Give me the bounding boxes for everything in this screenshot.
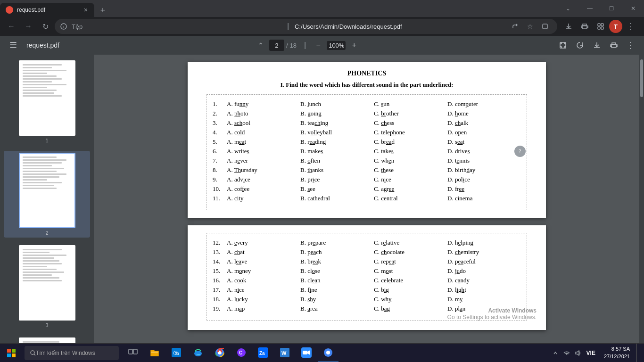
help-icon[interactable]: ? [514,146,526,157]
pdf-page-input[interactable] [269,40,284,51]
q1-c: C. sun [374,100,447,108]
taskbar-file-explorer-button[interactable] [144,344,165,362]
pdf-thumbnail-4[interactable]: 4 [4,336,90,343]
back-button[interactable]: ← [4,19,19,34]
address-input[interactable]: i Tệp | C:/Users/Admin/Downloads/request… [55,19,557,34]
pdf-menu-button[interactable]: ☰ [6,38,21,53]
pdf-main-content[interactable]: PHONETICS I. Find the word which has dif… [94,55,639,343]
window-maximize-button[interactable]: ❐ [601,0,622,17]
download-icon[interactable] [561,19,576,34]
svg-rect-14 [12,354,16,357]
svg-rect-8 [601,27,603,29]
thumb-num-3: 3 [45,322,48,328]
question-row-5: 5. A. meat B. reading C. bread D. seat [213,138,521,146]
browser-menu-button[interactable]: ⋮ [623,19,638,34]
window-close-button[interactable]: ✕ [622,0,644,17]
q2-a: A. photo [227,110,300,117]
question-row-17: 17. A. nice B. fine C. big D. light [213,286,521,294]
file-explorer-icon [150,348,159,357]
q9-a: A. advice [227,176,300,183]
network-icon[interactable] [562,348,571,358]
taskbar-tray: VIE 8:57 SA 27/12/2021 [551,344,644,362]
pdf-prev-page-button[interactable]: ⌃ [254,39,267,52]
q17-num: 17. [213,286,227,294]
taskbar-word-button[interactable]: W [274,344,295,362]
q3-c: C. chess [374,119,447,127]
zoom-icon [301,347,312,358]
q13-b: B. peach [300,248,374,256]
taskbar-store-button[interactable]: 🛍 [166,344,187,362]
q9-c: C. nice [374,176,447,183]
reload-button[interactable]: ↻ [38,19,53,34]
taskbar-canva-button[interactable]: C [231,344,252,362]
tab-favicon [6,6,13,14]
q6-d: D. drives ? [447,148,521,155]
tab-title: request.pdf [17,7,79,13]
q4-c: C. telephone [374,129,447,136]
profile-button[interactable]: T [609,20,622,33]
pdf-page-section1: PHONETICS I. Find the word which has dif… [188,62,546,218]
window-controls: ⌄ — ❐ ✕ [557,0,644,17]
pdf-more-button[interactable]: ⋮ [623,38,638,53]
extension-icon[interactable] [538,20,552,33]
pdf-fit-page-button[interactable] [555,38,570,53]
q15-b: B. close [300,267,374,275]
q16-c: C. celebrate [374,277,447,284]
pdf-rotate-button[interactable] [572,38,587,53]
pdf-thumbnail-1[interactable]: 1 [4,58,90,145]
thumb-num-1: 1 [45,138,48,143]
taskbar-search[interactable]: Tìm kiếm trên Windows [25,346,119,360]
svg-rect-7 [598,27,600,29]
window-minimize-button[interactable]: — [579,0,601,17]
browser-tab-active[interactable]: request.pdf × [0,3,94,17]
new-tab-button[interactable]: + [96,4,109,17]
start-button[interactable] [0,344,23,362]
chevron-down-icon[interactable]: ⌄ [557,0,579,17]
tab-close-button[interactable]: × [83,5,89,15]
bookmark-icon[interactable]: ☆ [523,20,537,33]
pdf-thumbnail-2[interactable]: 2 [4,151,90,238]
tray-up-arrow[interactable] [551,348,560,358]
pdf-zoom-in-button[interactable]: + [347,39,361,52]
taskbar-zalo-button[interactable]: Za [253,344,273,362]
q8-d: D. birthday [447,166,521,174]
show-desktop-button[interactable] [636,344,640,362]
svg-rect-11 [7,349,11,353]
pdf-toolbar-right: ⋮ [555,38,638,53]
q2-b: B. going [300,110,374,117]
svg-text:🛍: 🛍 [173,350,179,356]
pdf-sidebar[interactable]: 1 [0,55,94,343]
share-icon[interactable] [508,20,521,33]
question-row-1: 1. A. funny B. lunch C. sun D. computer [213,100,521,108]
print-icon[interactable] [577,19,592,34]
address-protocol: Tệp [72,23,281,30]
taskbar-chrome-button[interactable] [209,344,230,362]
q11-num: 11. [213,195,227,202]
q15-d: D. judo [447,267,521,275]
pdf-zoom-out-button[interactable]: − [312,39,325,52]
pdf-thumbnail-3[interactable]: 3 [4,243,90,330]
extensions-icon[interactable] [593,19,608,34]
volume-icon[interactable] [573,348,583,358]
svg-rect-16 [129,349,132,354]
q10-a: A. coffee [227,185,300,193]
language-indicator[interactable]: VIE [585,348,597,358]
pdf-print-button[interactable] [606,38,621,53]
taskbar-edge-button[interactable] [188,344,208,362]
q5-b: B. reading [300,138,374,146]
pdf-scrollbar-thumb[interactable] [640,59,643,97]
clock[interactable]: 8:57 SA 27/12/2021 [600,346,634,360]
q13-d: D. chemistry [447,248,521,256]
question-row-13: 13. A. chat B. peach C. chocolate D. che… [213,248,521,256]
taskbar-chrome2-button[interactable] [318,344,339,362]
q14-b: B. break [300,258,374,265]
taskbar-zoom-button[interactable] [296,344,317,362]
taskbar-task-view-button[interactable] [123,344,143,362]
q5-num: 5. [213,138,227,146]
pdf-scrollbar[interactable] [639,55,644,343]
forward-button[interactable]: → [21,19,36,34]
thumb-image-2 [19,153,75,228]
q12-b: B. prepare [300,239,374,247]
q12-num: 12. [213,239,227,247]
pdf-download-button[interactable] [589,38,604,53]
